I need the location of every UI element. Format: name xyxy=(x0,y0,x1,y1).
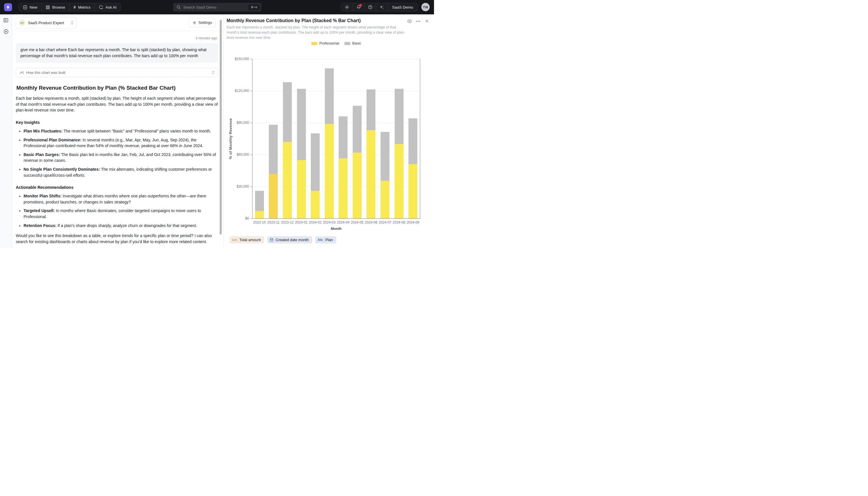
ask-ai-button[interactable]: Ask AI xyxy=(95,3,120,11)
bar-segment-basic xyxy=(255,191,264,211)
x-axis-label: 2024-02 xyxy=(308,220,322,224)
field-tag-total-amount[interactable]: 123 Total amount xyxy=(229,236,264,244)
stacked-bar-2023-12[interactable] xyxy=(283,82,292,218)
close-panel-button[interactable]: ✕ xyxy=(424,18,430,25)
legend-swatch xyxy=(311,42,317,45)
recommendation-item: Retention Focus: If a plan's share drops… xyxy=(23,223,218,229)
stacked-bar-2024-07[interactable] xyxy=(381,132,389,218)
new-button-label: New xyxy=(30,5,37,10)
new-button[interactable]: New xyxy=(19,3,42,11)
y-axis-tick xyxy=(251,155,253,155)
chat-sparkle-icon xyxy=(99,5,103,10)
bar-segment-professional xyxy=(395,144,404,218)
bar-segment-professional xyxy=(367,130,375,218)
chart-field-tags: 123 Total amount Created date month Abc … xyxy=(229,236,336,244)
x-axis-label: 2024-01 xyxy=(294,220,308,224)
recommendation-item: Monitor Plan Shifts: Investigate what dr… xyxy=(23,193,218,205)
new-chat-button[interactable] xyxy=(3,29,9,34)
insight-item: Professional Plan Dominance: In several … xyxy=(23,137,218,149)
notifications-button[interactable] xyxy=(353,3,364,11)
bar-band xyxy=(322,59,336,218)
numeric-123-icon: 123 xyxy=(232,238,237,242)
insight-item: Plan Mix Fluctuates: The revenue split b… xyxy=(23,128,218,134)
bar-segment-professional xyxy=(269,174,278,218)
stacked-bar-2024-08[interactable] xyxy=(395,89,404,218)
bar-segment-basic xyxy=(381,132,389,181)
y-axis-label: $0 xyxy=(226,216,249,220)
calendar-icon xyxy=(270,238,273,242)
legend-item-basic[interactable]: Basic xyxy=(344,41,361,45)
x-axis-label: 2024-07 xyxy=(378,220,392,224)
y-axis-title: % of Monthly Revenue xyxy=(228,59,233,218)
recommendation-item: Targeted Upsell: In months where Basic d… xyxy=(23,208,218,219)
app-window: New Browse # Metrics Ask AI xyxy=(0,0,434,248)
plus-circle-icon xyxy=(3,29,9,34)
sparkles-icon xyxy=(380,5,384,10)
workspace-switcher[interactable]: SaaS Demo xyxy=(387,3,418,11)
chat-message-list: 3 minutes ago give me a bar chart where … xyxy=(12,31,223,248)
user-message-bubble: give me a bar chart where Each bar repre… xyxy=(16,43,218,63)
response-heading: Monthly Revenue Contribution by Plan (% … xyxy=(16,85,218,91)
metrics-button[interactable]: # Metrics xyxy=(69,3,95,11)
agent-avatar: SP xyxy=(19,19,25,26)
stacked-bar-2024-06[interactable] xyxy=(367,89,375,218)
bar-band xyxy=(336,59,350,218)
recommendations-heading: Actionable Recommendations xyxy=(16,185,218,190)
bar-band xyxy=(406,59,420,218)
x-axis-label: 2024-06 xyxy=(364,220,378,224)
stacked-bar-2024-03[interactable] xyxy=(325,68,334,218)
ai-assistant-button[interactable] xyxy=(376,3,387,11)
toggle-sidebar-button[interactable] xyxy=(3,18,8,23)
bar-segment-basic xyxy=(297,89,306,160)
eye-icon xyxy=(407,19,412,23)
stacked-bar-2024-09[interactable] xyxy=(408,119,417,218)
settings-gear-button[interactable] xyxy=(341,3,353,11)
help-circle-icon xyxy=(368,5,372,10)
stacked-bar-2024-01[interactable] xyxy=(297,89,306,218)
field-tag-label: Total amount xyxy=(239,238,260,242)
agent-selector[interactable]: SP SaaS Product Expert xyxy=(16,17,77,29)
chart-panel-actions: ••• ✕ xyxy=(406,18,430,25)
how-chart-built-toggle[interactable]: How this chart was built xyxy=(16,68,218,77)
legend-item-professional[interactable]: Professional xyxy=(311,41,339,45)
x-axis-label: 2024-04 xyxy=(336,220,350,224)
stacked-bar-2024-02[interactable] xyxy=(311,133,320,218)
bar-segment-professional xyxy=(381,181,389,218)
stacked-bar-2024-04[interactable] xyxy=(339,117,348,218)
preview-button[interactable] xyxy=(406,18,413,25)
bar-segment-basic xyxy=(325,68,334,124)
chat-settings-button[interactable]: Settings xyxy=(189,18,216,27)
y-axis-label: $90,000 xyxy=(226,121,249,125)
chat-scrollbar[interactable] xyxy=(220,20,222,234)
legend-label: Basic xyxy=(352,41,361,45)
x-axis-label: 2024-08 xyxy=(392,220,406,224)
stacked-bar-2023-10[interactable] xyxy=(255,191,264,218)
legend-swatch xyxy=(344,42,350,45)
message-timestamp: 3 minutes ago xyxy=(16,36,217,40)
x-axis-label: 2024-05 xyxy=(350,220,364,224)
key-insights-list: Plan Mix Fluctuates: The revenue split b… xyxy=(16,128,218,178)
help-button[interactable] xyxy=(364,3,376,11)
x-axis-label: 2023-11 xyxy=(267,220,280,224)
how-chart-built-label: How this chart was built xyxy=(26,71,65,75)
more-options-button[interactable]: ••• xyxy=(415,18,421,25)
field-tag-plan[interactable]: Abc Plan xyxy=(315,236,336,244)
global-search-input[interactable]: Search SaaS Demo ⌘+K xyxy=(173,3,261,12)
chart-subtitle: Each bar represents a month, stacked by … xyxy=(227,25,407,40)
lightning-bolt-icon xyxy=(6,4,10,10)
bar-segment-professional xyxy=(408,164,417,218)
y-axis-label: $120,000 xyxy=(226,89,249,93)
stacked-bar-2024-05[interactable] xyxy=(353,106,361,218)
y-axis-label: $150,000 xyxy=(226,57,249,61)
field-tag-created-date-month[interactable]: Created date month xyxy=(267,236,312,244)
app-logo[interactable] xyxy=(4,3,12,11)
legend-label: Professional xyxy=(319,41,339,45)
bar-segment-basic xyxy=(367,89,375,130)
key-insights-heading: Key Insights xyxy=(16,120,218,125)
recommendations-list: Monitor Plan Shifts: Investigate what dr… xyxy=(16,193,218,229)
y-axis-label: $30,000 xyxy=(226,185,249,188)
stacked-bar-2023-11[interactable] xyxy=(269,125,278,218)
user-avatar[interactable]: TW xyxy=(421,3,430,11)
x-axis-title: Month xyxy=(253,227,420,231)
browse-button[interactable]: Browse xyxy=(42,3,69,11)
